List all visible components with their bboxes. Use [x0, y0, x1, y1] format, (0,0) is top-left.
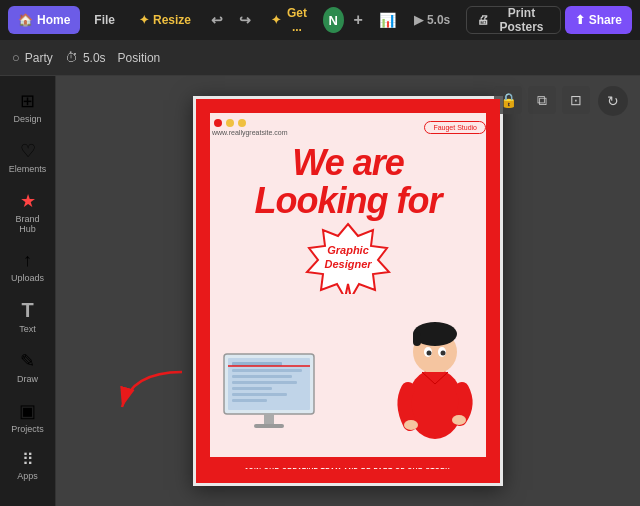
starburst: Graphic Designer [293, 222, 403, 294]
poster-top-row: www.reallygreatsite.com Fauget Studio [210, 119, 486, 136]
apps-icon: ⠿ [22, 450, 34, 469]
print-icon: 🖨 [477, 13, 489, 27]
dot-yellow [226, 119, 234, 127]
poster-dots [214, 119, 287, 127]
print-button[interactable]: 🖨 Print Posters [466, 6, 560, 34]
sidebar-item-text[interactable]: T Text [4, 293, 52, 340]
animation-icon: ○ [12, 50, 20, 65]
main-layout: ⊞ Design ♡ Elements ★ Brand Hub ↑ Upload… [0, 76, 640, 506]
poster-footer: JOIN OUR CREATIVE TEAM AND BE PART OF OU… [196, 457, 500, 483]
toolbar: ○ Party ⏱ 5.0s Position [0, 40, 640, 76]
uploads-icon: ↑ [23, 250, 32, 271]
svg-rect-8 [232, 387, 272, 390]
plus-icon: + [354, 11, 363, 29]
refresh-icon: ↻ [607, 93, 619, 109]
home-icon: 🏠 [18, 13, 33, 27]
undo-icon: ↩ [211, 12, 223, 28]
duplicate-button[interactable]: ⧉ [528, 86, 556, 114]
sidebar-label-draw: Draw [17, 374, 38, 384]
svg-rect-5 [232, 369, 302, 372]
svg-point-22 [404, 420, 418, 430]
redo-button[interactable]: ↪ [233, 6, 257, 34]
sidebar-item-elements[interactable]: ♡ Elements [4, 134, 52, 180]
get-button[interactable]: ✦ Get ... [261, 6, 319, 34]
headline-line2: Looking for [255, 182, 442, 220]
svg-rect-12 [254, 424, 284, 428]
sidebar-item-draw[interactable]: ✎ Draw [4, 344, 52, 390]
refresh-button[interactable]: ↻ [598, 86, 628, 116]
svg-point-20 [427, 351, 432, 356]
sidebar-label-uploads: Uploads [11, 273, 44, 283]
poster: www.reallygreatsite.com Fauget Studio We… [193, 96, 503, 486]
get-label: Get ... [285, 6, 309, 34]
get-icon: ✦ [271, 13, 281, 27]
share-icon: ⬆ [575, 13, 585, 27]
duration-control[interactable]: ⏱ 5.0s [65, 50, 106, 65]
person-illustration [390, 314, 480, 443]
expand-button[interactable]: ⊡ [562, 86, 590, 114]
svg-rect-6 [232, 375, 292, 378]
computer-illustration [216, 349, 331, 443]
projects-icon: ▣ [19, 400, 36, 422]
canvas-area[interactable]: ↻ www.reallygreatsite.com [56, 76, 640, 506]
chart-button[interactable]: 📊 [373, 6, 402, 34]
clock-icon: ⏱ [65, 50, 78, 65]
timer-value: 5.0s [427, 13, 450, 27]
poster-url: www.reallygreatsite.com [212, 129, 287, 136]
elements-icon: ♡ [20, 140, 36, 162]
sidebar-label-text: Text [19, 324, 36, 334]
chart-icon: 📊 [379, 12, 396, 28]
duration-value: 5.0s [83, 51, 106, 65]
sidebar-label-projects: Projects [11, 424, 44, 434]
svg-rect-9 [232, 393, 287, 396]
sidebar-label-design: Design [13, 114, 41, 124]
sidebar-label-elements: Elements [9, 164, 47, 174]
sidebar-item-brand-hub[interactable]: ★ Brand Hub [4, 184, 52, 240]
canvas-top-controls: 🔒 ⧉ ⊡ [494, 86, 590, 114]
share-button[interactable]: ⬆ Share [565, 6, 632, 34]
svg-rect-7 [232, 381, 297, 384]
studio-badge: Fauget Studio [424, 121, 486, 134]
dot-red [214, 119, 222, 127]
svg-rect-10 [232, 399, 267, 402]
poster-content: www.reallygreatsite.com Fauget Studio We… [210, 113, 486, 469]
draw-icon: ✎ [20, 350, 35, 372]
svg-point-21 [441, 351, 446, 356]
svg-rect-17 [413, 332, 421, 346]
starburst-text: Graphic Designer [324, 244, 371, 270]
sidebar-item-design[interactable]: ⊞ Design [4, 84, 52, 130]
undo-button[interactable]: ↩ [205, 6, 229, 34]
person-svg [390, 314, 480, 439]
brand-hub-icon: ★ [20, 190, 36, 212]
svg-rect-11 [264, 414, 274, 424]
resize-icon: ✦ [139, 13, 149, 27]
arrow-annotation [112, 362, 192, 426]
timer-display: ▶ 5.0s [406, 6, 458, 34]
headline-line1: We are [255, 144, 442, 182]
sidebar-label-apps: Apps [17, 471, 38, 481]
sidebar-item-projects[interactable]: ▣ Projects [4, 394, 52, 440]
sidebar-item-apps[interactable]: ⠿ Apps [4, 444, 52, 487]
share-label: Share [589, 13, 622, 27]
file-button[interactable]: File [84, 6, 125, 34]
add-button[interactable]: + [348, 6, 369, 34]
resize-button[interactable]: ✦ Resize [129, 6, 201, 34]
user-avatar[interactable]: N [323, 7, 344, 33]
footer-text: JOIN OUR CREATIVE TEAM AND BE PART OF OU… [244, 467, 451, 474]
svg-point-23 [452, 415, 466, 425]
sidebar: ⊞ Design ♡ Elements ★ Brand Hub ↑ Upload… [0, 76, 56, 506]
animation-label: Party [25, 51, 53, 65]
position-control[interactable]: Position [118, 51, 161, 65]
file-label: File [94, 13, 115, 27]
sidebar-label-brand-hub: Brand Hub [8, 214, 48, 234]
animation-type[interactable]: ○ Party [12, 50, 53, 65]
home-button[interactable]: 🏠 Home [8, 6, 80, 34]
poster-headline: We are Looking for [255, 144, 442, 220]
redo-icon: ↪ [239, 12, 251, 28]
sidebar-item-uploads[interactable]: ↑ Uploads [4, 244, 52, 289]
resize-label: Resize [153, 13, 191, 27]
lock-button[interactable]: 🔒 [494, 86, 522, 114]
computer-svg [216, 349, 331, 439]
dot-orange [238, 119, 246, 127]
home-label: Home [37, 13, 70, 27]
